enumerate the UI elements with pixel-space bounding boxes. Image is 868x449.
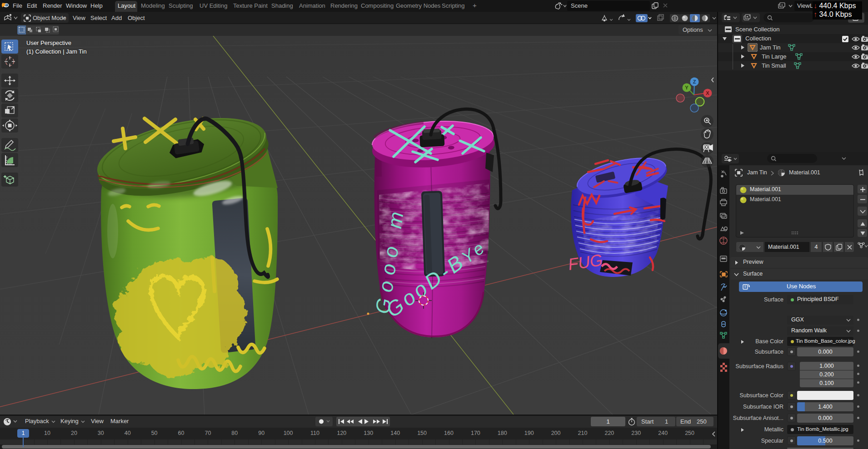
svg-text:Y: Y [685, 85, 688, 90]
svg-text:X: X [706, 90, 709, 96]
svg-text:Z: Z [693, 79, 696, 84]
